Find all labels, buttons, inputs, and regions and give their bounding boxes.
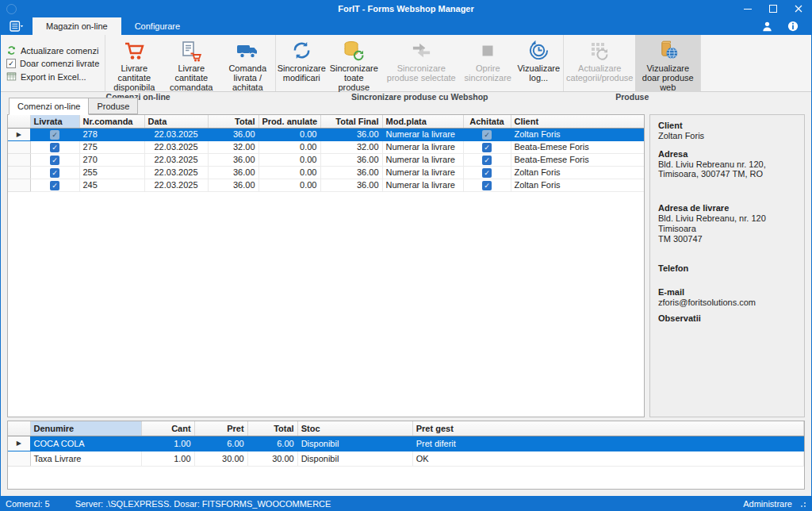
cant-cell[interactable]: 1.00	[141, 436, 194, 451]
user-icon[interactable]	[761, 21, 773, 33]
resize-grip-icon[interactable]	[799, 500, 806, 508]
info-icon[interactable]	[787, 21, 799, 32]
total-cell[interactable]: 36.00	[208, 153, 259, 166]
checkbox-checked-icon[interactable]: ✓	[482, 168, 492, 178]
pret-cell[interactable]: 6.00	[194, 436, 247, 451]
order-row-275[interactable]: ✓ 275 22.03.2025 32.00 0.00 32.00 Numera…	[8, 140, 644, 153]
livrare-cantitate-disponibila-button[interactable]: Livrare cantitate disponibila	[105, 35, 163, 92]
stoc-cell[interactable]: Disponibil	[297, 436, 412, 451]
checkbox-checked-icon[interactable]: ✓	[50, 156, 59, 165]
anulate-cell[interactable]: 0.00	[259, 179, 320, 191]
col-mod-plata[interactable]: Mod.plata	[382, 115, 463, 128]
stoc-cell[interactable]: Disponibil	[297, 451, 412, 466]
total-final-cell[interactable]: 36.00	[320, 179, 382, 191]
data-cell[interactable]: 22.03.2025	[144, 128, 208, 140]
total-cell[interactable]: 32.00	[208, 140, 259, 153]
achitata-cell[interactable]: ✓	[463, 140, 511, 153]
actualizare-comenzi-button[interactable]: Actualizare comenzi	[6, 45, 99, 56]
application-menu-button[interactable]	[1, 17, 33, 35]
product-row-coca-cola[interactable]: ▶ COCA COLA 1.00 6.00 6.00 Disponibil Pr…	[8, 436, 804, 451]
ribbon-tab-configurare[interactable]: Configurare	[121, 17, 193, 35]
tab-comenzi-online[interactable]: Comenzi on-line	[9, 98, 89, 115]
total-cell[interactable]: 30.00	[247, 451, 297, 466]
comanda-livrata-achitata-button[interactable]: Comanda livrata / achitata	[220, 35, 275, 92]
nr-cell[interactable]: 275	[79, 140, 144, 153]
col-livrata[interactable]: Livrata	[30, 115, 79, 128]
total-cell[interactable]: 6.00	[247, 436, 297, 451]
nr-cell[interactable]: 245	[79, 179, 144, 191]
checkbox-checked-icon[interactable]: ✓	[50, 181, 59, 190]
vizualizare-doar-produse-web-button[interactable]: Vizualizare doar produse web	[635, 35, 700, 92]
anulate-cell[interactable]: 0.00	[259, 166, 320, 179]
minimize-button[interactable]	[735, 0, 760, 17]
achitata-cell[interactable]: ✓	[463, 153, 511, 166]
col-total[interactable]: Total	[247, 421, 297, 436]
checkbox-checked-icon[interactable]: ✓	[50, 168, 59, 178]
client-cell[interactable]: Zoltan Foris	[511, 128, 644, 140]
col-total-final[interactable]: Total Final	[320, 115, 382, 128]
tab-produse[interactable]: Produse	[89, 98, 138, 114]
checkbox-checked-icon[interactable]: ✓	[482, 181, 492, 190]
order-row-255[interactable]: ✓ 255 22.03.2025 36.00 0.00 36.00 Numera…	[8, 166, 644, 179]
total-cell[interactable]: 36.00	[208, 166, 259, 179]
total-cell[interactable]: 36.00	[208, 179, 259, 191]
col-cant[interactable]: Cant	[141, 421, 194, 436]
achitata-cell[interactable]: ✓	[463, 166, 511, 179]
anulate-cell[interactable]: 0.00	[259, 128, 320, 140]
order-row-245[interactable]: ✓ 245 22.03.2025 36.00 0.00 36.00 Numera…	[8, 179, 644, 191]
cant-cell[interactable]: 1.00	[141, 451, 194, 466]
mod-plata-cell[interactable]: Numerar la livrare	[382, 153, 463, 166]
export-excel-button[interactable]: Export in Excel...	[6, 71, 99, 82]
close-button[interactable]	[786, 0, 811, 17]
maximize-button[interactable]	[760, 0, 786, 17]
pret-gest-cell[interactable]: OK	[412, 451, 803, 466]
achitata-cell[interactable]: ✓	[463, 128, 511, 140]
total-final-cell[interactable]: 32.00	[320, 140, 382, 153]
pret-gest-cell[interactable]: Pret diferit	[412, 436, 803, 451]
col-nr-comanda[interactable]: Nr.comanda	[79, 115, 144, 128]
anulate-cell[interactable]: 0.00	[259, 153, 320, 166]
total-final-cell[interactable]: 36.00	[320, 153, 382, 166]
checkbox-checked-icon[interactable]: ✓	[482, 143, 492, 152]
product-row-taxa-livrare[interactable]: Taxa Livrare 1.00 30.00 30.00 Disponibil…	[8, 451, 804, 466]
col-denumire[interactable]: Denumire	[30, 421, 141, 436]
livrata-cell[interactable]: ✓	[30, 166, 79, 179]
total-final-cell[interactable]: 36.00	[320, 128, 382, 140]
data-cell[interactable]: 22.03.2025	[144, 140, 208, 153]
livrata-cell[interactable]: ✓	[30, 153, 79, 166]
sincronizare-modificari-button[interactable]: Sincronizare modificari	[276, 35, 327, 92]
pret-cell[interactable]: 30.00	[194, 451, 247, 466]
col-data[interactable]: Data	[144, 115, 208, 128]
denumire-cell[interactable]: Taxa Livrare	[30, 451, 141, 466]
client-cell[interactable]: Beata-Emese Foris	[511, 153, 644, 166]
client-cell[interactable]: Zoltan Foris	[511, 166, 644, 179]
ribbon-tab-magazin-online[interactable]: Magazin on-line	[33, 17, 121, 35]
livrata-cell[interactable]: ✓	[30, 128, 79, 140]
total-cell[interactable]: 36.00	[208, 128, 259, 140]
nr-cell[interactable]: 255	[79, 166, 144, 179]
nr-cell[interactable]: 278	[79, 128, 144, 140]
sincronizare-toate-produse-button[interactable]: Sincronizare toate produse	[327, 35, 381, 92]
mod-plata-cell[interactable]: Numerar la livrare	[382, 140, 463, 153]
data-cell[interactable]: 22.03.2025	[144, 153, 208, 166]
client-cell[interactable]: Zoltan Foris	[511, 179, 644, 191]
livrare-cantitate-comandata-button[interactable]: Livrare cantitate comandata	[163, 35, 220, 92]
mod-plata-cell[interactable]: Numerar la livrare	[382, 166, 463, 179]
checkbox-checked-icon[interactable]: ✓	[482, 156, 492, 165]
achitata-cell[interactable]: ✓	[463, 179, 511, 191]
checkbox-checked-icon[interactable]: ✓	[482, 130, 492, 140]
anulate-cell[interactable]: 0.00	[259, 140, 320, 153]
total-final-cell[interactable]: 36.00	[320, 166, 382, 179]
col-stoc[interactable]: Stoc	[297, 421, 412, 436]
vizualizare-log-button[interactable]: Vizualizare log...	[514, 35, 563, 92]
col-pret-gest[interactable]: Pret gest	[412, 421, 803, 436]
col-total[interactable]: Total	[208, 115, 259, 128]
mod-plata-cell[interactable]: Numerar la livrare	[382, 179, 463, 191]
livrata-cell[interactable]: ✓	[30, 179, 79, 191]
data-cell[interactable]: 22.03.2025	[144, 166, 208, 179]
client-cell[interactable]: Beata-Emese Foris	[511, 140, 644, 153]
denumire-cell[interactable]: COCA COLA	[30, 436, 141, 451]
checkbox-checked-icon[interactable]: ✓	[50, 130, 59, 140]
checkbox-checked-icon[interactable]: ✓	[50, 143, 59, 152]
col-pret[interactable]: Pret	[194, 421, 247, 436]
